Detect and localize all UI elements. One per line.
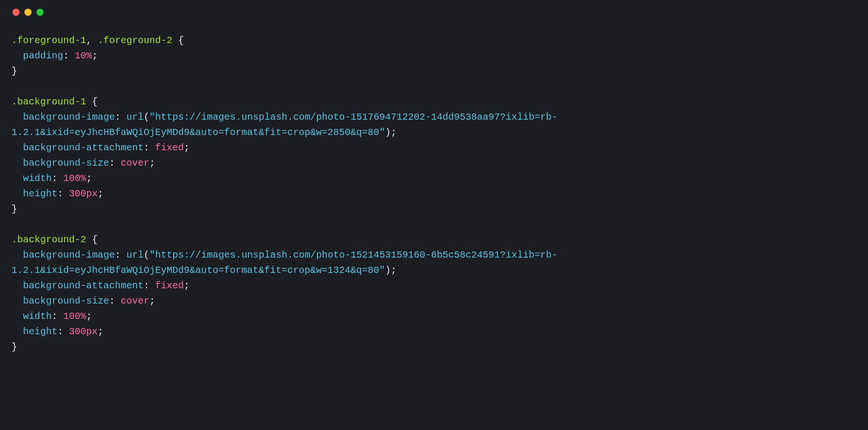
css-colon: : [144, 280, 155, 291]
code-line: padding: 10%; [11, 48, 857, 64]
css-value: 100% [63, 173, 86, 184]
css-semicolon: ; [149, 158, 155, 169]
code-editor-window: .foreground-1, .foreground-2 { padding: … [0, 0, 868, 430]
css-value: fixed [155, 280, 184, 291]
code-line: .background-1 { [11, 94, 857, 110]
css-property: background-image [23, 249, 115, 260]
css-property: width [23, 311, 52, 322]
code-line: } [11, 339, 857, 355]
css-semicolon: ; [184, 142, 190, 153]
css-property: background-attachment [23, 142, 144, 153]
css-semicolon: ; [149, 295, 155, 306]
css-selector: .background-1 [11, 96, 86, 107]
css-quote: " [149, 249, 155, 260]
css-paren: ( [144, 249, 149, 260]
css-brace: { [172, 35, 184, 46]
code-line: width: 100%; [11, 171, 857, 186]
css-paren: ) [385, 265, 391, 276]
css-function: url [126, 112, 144, 123]
css-quote: " [149, 112, 155, 123]
css-value: cover [121, 158, 149, 169]
css-url-string: https://images.unsplash.com/photo-152145… [155, 249, 557, 260]
css-value: 300px [69, 188, 98, 199]
code-blank-line [11, 217, 857, 232]
css-property: background-image [23, 112, 115, 123]
css-value: 300px [69, 326, 98, 337]
css-colon: : [57, 326, 69, 337]
code-line: .foreground-1, .foreground-2 { [11, 33, 857, 48]
code-line: background-image: url("https://images.un… [11, 110, 857, 125]
css-brace: { [86, 234, 98, 245]
code-blank-line [11, 79, 857, 94]
css-colon: : [63, 50, 75, 61]
css-semicolon: ; [98, 188, 103, 199]
css-semicolon: ; [391, 127, 396, 138]
code-line: } [11, 64, 857, 79]
css-selector: .foreground-1 [11, 35, 86, 46]
code-line: background-attachment: fixed; [11, 140, 857, 156]
css-colon: : [109, 295, 121, 306]
css-property: width [23, 173, 52, 184]
css-semicolon: ; [86, 311, 92, 322]
css-quote: " [379, 265, 385, 276]
css-property: background-size [23, 295, 109, 306]
css-value: fixed [155, 142, 184, 153]
code-line: 1.2.1&ixid=eyJhcHBfaWQiOjEyMDd9&auto=for… [11, 263, 857, 278]
css-colon: : [144, 142, 155, 153]
css-url-string: https://images.unsplash.com/photo-151769… [155, 112, 557, 123]
css-url-string: 1.2.1&ixid=eyJhcHBfaWQiOjEyMDd9&auto=for… [11, 265, 379, 276]
css-brace: { [86, 96, 98, 107]
code-line: height: 300px; [11, 186, 857, 202]
css-semicolon: ; [98, 326, 103, 337]
css-semicolon: ; [92, 50, 98, 61]
css-selector: .background-2 [11, 234, 86, 245]
css-value: 100% [63, 311, 86, 322]
css-selector: .foreground-2 [98, 35, 172, 46]
css-value: 10% [75, 50, 92, 61]
code-line: background-size: cover; [11, 294, 857, 309]
css-semicolon: ; [391, 265, 396, 276]
css-semicolon: ; [184, 280, 190, 291]
css-property: background-size [23, 158, 109, 169]
css-colon: : [57, 188, 69, 199]
css-quote: " [379, 127, 385, 138]
css-brace: } [11, 204, 17, 215]
css-property: padding [23, 50, 63, 61]
css-url-string: 1.2.1&ixid=eyJhcHBfaWQiOjEyMDd9&auto=for… [11, 127, 379, 138]
css-property: background-attachment [23, 280, 144, 291]
code-line: } [11, 202, 857, 217]
css-property: height [23, 326, 57, 337]
css-colon: : [109, 158, 121, 169]
window-titlebar [0, 0, 868, 20]
close-icon[interactable] [12, 9, 20, 16]
code-line: height: 300px; [11, 324, 857, 339]
code-line: background-attachment: fixed; [11, 278, 857, 294]
minimize-icon[interactable] [24, 9, 32, 16]
css-brace: } [11, 66, 17, 77]
css-paren: ) [385, 127, 391, 138]
css-brace: } [11, 341, 17, 352]
code-line: background-size: cover; [11, 156, 857, 171]
code-content[interactable]: .foreground-1, .foreground-2 { padding: … [0, 20, 868, 366]
maximize-icon[interactable] [36, 9, 44, 16]
css-separator: , [86, 35, 98, 46]
css-colon: : [52, 311, 63, 322]
css-value: cover [121, 295, 149, 306]
css-colon: : [115, 112, 126, 123]
css-function: url [126, 249, 144, 260]
code-line: background-image: url("https://images.un… [11, 248, 857, 263]
css-semicolon: ; [86, 173, 92, 184]
code-line: width: 100%; [11, 309, 857, 324]
css-paren: ( [144, 112, 149, 123]
css-property: height [23, 188, 57, 199]
code-line: 1.2.1&ixid=eyJhcHBfaWQiOjEyMDd9&auto=for… [11, 125, 857, 140]
code-line: .background-2 { [11, 232, 857, 248]
css-colon: : [52, 173, 63, 184]
css-colon: : [115, 249, 126, 260]
